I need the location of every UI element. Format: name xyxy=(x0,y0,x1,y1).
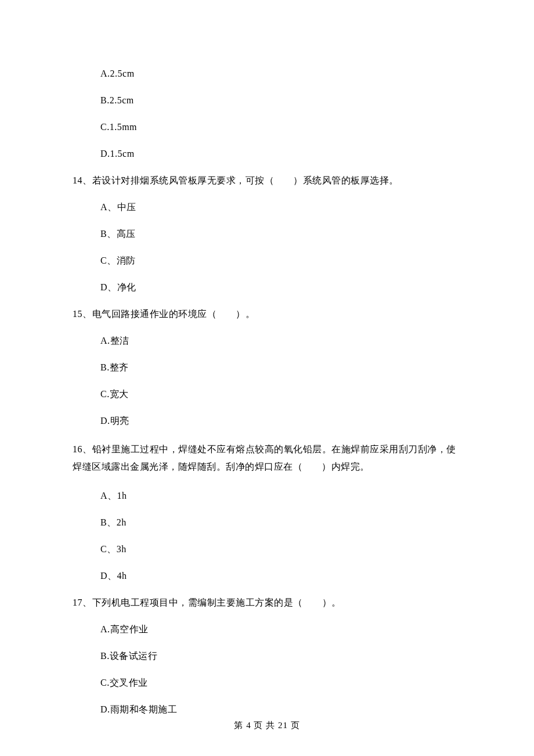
q15-option-c: C.宽大 xyxy=(100,387,461,401)
q17-options: A.高空作业 B.设备试运行 C.交叉作业 D.雨期和冬期施工 xyxy=(73,622,461,717)
q17-option-b: B.设备试运行 xyxy=(100,649,461,663)
q14-text: 14、若设计对排烟系统风管板厚无要求，可按（ ）系统风管的板厚选择。 xyxy=(73,174,461,188)
q13-option-a: A.2.5cm xyxy=(100,67,461,81)
q17-option-c: C.交叉作业 xyxy=(100,676,461,690)
q17-option-d: D.雨期和冬期施工 xyxy=(100,703,461,717)
q14-options: A、中压 B、高压 C、消防 D、净化 xyxy=(73,200,461,294)
q15-options: A.整洁 B.整齐 C.宽大 D.明亮 xyxy=(73,334,461,428)
q13-options: A.2.5cm B.2.5cm C.1.5mm D.1.5cm xyxy=(73,67,461,161)
q16-text: 16、铅衬里施工过程中，焊缝处不应有熔点较高的氧化铅层。在施焊前应采用刮刀刮净，… xyxy=(73,441,461,476)
document-content: A.2.5cm B.2.5cm C.1.5mm D.1.5cm 14、若设计对排… xyxy=(0,0,534,717)
q15-text: 15、电气回路接通作业的环境应（ ）。 xyxy=(73,307,461,321)
q13-option-c: C.1.5mm xyxy=(100,120,461,134)
q14-option-c: C、消防 xyxy=(100,254,461,268)
q16-option-d: D、4h xyxy=(100,569,461,583)
q15-option-b: B.整齐 xyxy=(100,361,461,375)
q15-option-d: D.明亮 xyxy=(100,414,461,428)
q14-option-b: B、高压 xyxy=(100,227,461,241)
q13-option-b: B.2.5cm xyxy=(100,93,461,107)
q16-options: A、1h B、2h C、3h D、4h xyxy=(73,489,461,583)
q17-option-a: A.高空作业 xyxy=(100,622,461,636)
q17-text: 17、下列机电工程项目中，需编制主要施工方案的是（ ）。 xyxy=(73,596,461,610)
q13-option-d: D.1.5cm xyxy=(100,147,461,161)
q16-option-a: A、1h xyxy=(100,489,461,503)
q16-option-c: C、3h xyxy=(100,542,461,556)
q14-option-a: A、中压 xyxy=(100,200,461,214)
q15-option-a: A.整洁 xyxy=(100,334,461,348)
q14-option-d: D、净化 xyxy=(100,280,461,294)
page-footer: 第 4 页 共 21 页 xyxy=(0,719,534,732)
q16-option-b: B、2h xyxy=(100,516,461,530)
